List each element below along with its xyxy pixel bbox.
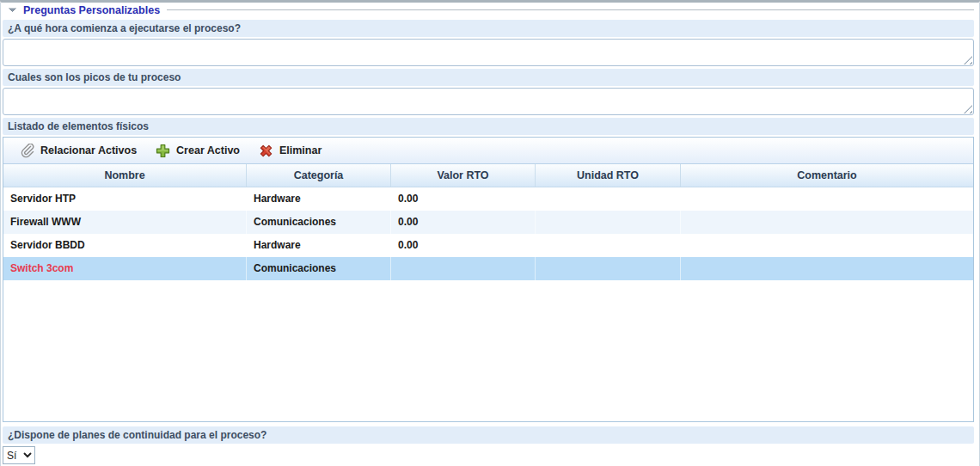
cell-categoria: Hardware [247,234,391,257]
preguntas-personalizables-page: Preguntas Personalizables ¿A qué hora co… [0,0,980,466]
section-legend-title[interactable]: Preguntas Personalizables [23,4,160,16]
column-header-unidad-rto[interactable]: Unidad RTO [536,164,681,187]
assets-grid: Relacionar Activos Crear Activo [3,137,974,422]
cell-unidad-rto [536,234,681,257]
assets-table-header: Nombre Categoría Valor RTO Unidad RTO Co… [3,164,973,187]
cell-categoria: Comunicaciones [247,257,391,280]
question-hora-field-wrap [3,39,974,66]
question-hora-input[interactable] [3,39,974,66]
column-header-comentario[interactable]: Comentario [681,164,973,187]
legend-divider-line [167,9,974,10]
question-label-picos: Cuales son los picos de tu proceso [3,69,974,86]
preguntas-fieldset: Preguntas Personalizables ¿A qué hora co… [0,3,980,466]
cell-nombre: Servidor HTP [3,187,247,211]
cell-valor-rto: 0.00 [391,234,536,257]
cell-valor-rto: 0.00 [391,211,536,234]
table-row-firewall-www[interactable]: Firewall WWW Comunicaciones 0.00 [3,211,973,234]
table-row-servidor-htp[interactable]: Servidor HTP Hardware 0.00 [3,187,973,211]
relate-assets-button[interactable]: Relacionar Activos [12,140,144,162]
assets-table-body: Servidor HTP Hardware 0.00 Firewall WWW … [3,187,973,421]
cell-categoria: Hardware [247,187,391,211]
create-asset-button[interactable]: Crear Activo [148,140,248,162]
column-header-valor-rto[interactable]: Valor RTO [391,164,536,187]
assets-list-label: Listado de elementos físicos [3,118,974,135]
delete-asset-button[interactable]: Eliminar [251,140,329,162]
cell-valor-rto [391,257,536,280]
section-legend-row: Preguntas Personalizables [3,3,975,17]
continuity-question-label: ¿Dispone de planes de continuidad para e… [3,426,974,444]
cell-valor-rto: 0.00 [391,187,536,211]
collapse-chevron-down-icon[interactable] [7,5,18,15]
assets-toolbar: Relacionar Activos Crear Activo [3,138,973,164]
cell-nombre: Firewall WWW [3,211,247,234]
cell-comentario [681,234,973,257]
cell-comentario [681,257,973,280]
cell-categoria: Comunicaciones [247,211,391,234]
relate-assets-label: Relacionar Activos [40,144,137,156]
cell-comentario [681,187,973,211]
question-picos-input[interactable] [3,88,974,115]
plus-green-icon [156,144,170,158]
table-row-switch-3com[interactable]: Switch 3com Comunicaciones [3,257,973,280]
x-red-icon [259,144,273,158]
paperclip-icon [20,144,34,158]
table-row-servidor-bbdd[interactable]: Servidor BBDD Hardware 0.00 [3,234,973,257]
continuity-select[interactable]: Sí [3,446,35,464]
column-header-categoria[interactable]: Categoría [247,164,391,187]
column-header-nombre[interactable]: Nombre [3,164,247,187]
table-empty-area [3,280,973,421]
create-asset-label: Crear Activo [176,144,240,156]
cell-nombre: Switch 3com [3,257,247,280]
question-label-hora: ¿A qué hora comienza a ejecutarse el pro… [3,20,974,37]
cell-nombre: Servidor BBDD [3,234,247,257]
question-picos-field-wrap [3,88,974,115]
delete-asset-label: Eliminar [279,144,322,156]
cell-unidad-rto [536,187,681,211]
cell-unidad-rto [536,211,681,234]
cell-comentario [681,211,973,234]
cell-unidad-rto [536,257,681,280]
